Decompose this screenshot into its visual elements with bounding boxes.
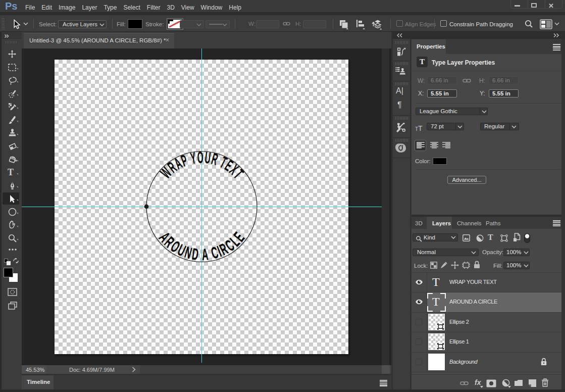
svg-text:O: O bbox=[197, 148, 203, 166]
svg-text:A: A bbox=[201, 246, 209, 264]
